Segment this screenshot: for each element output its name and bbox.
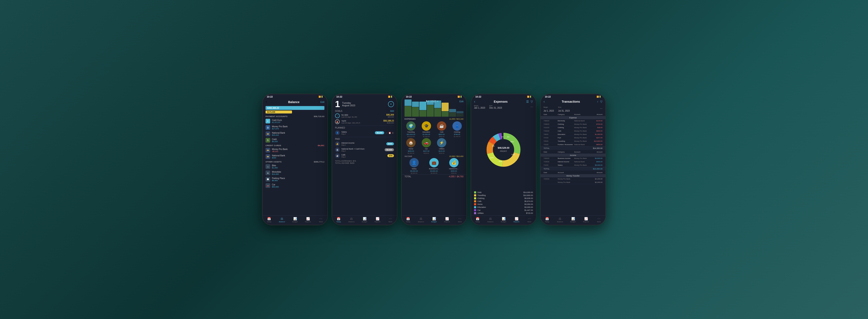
asset-motorbike[interactable]: 🏍 Motorbike $14,400 bbox=[262, 170, 328, 176]
nav-more-5[interactable]: ⋯ More bbox=[592, 217, 606, 223]
trans-row-2[interactable]: 7/12/23 Clothing Money Pro Bank $38.00 bbox=[540, 126, 606, 129]
paid-transfer[interactable]: 🏦 National Bank > Cash Euro Aug 1 $2,500 bbox=[335, 147, 394, 153]
income-row-0[interactable]: 7/20/23 Business income Money Pro Bank $… bbox=[540, 157, 606, 160]
income-business[interactable]: 💼 Business in... $3,600.00 $4,000.00 bbox=[425, 158, 443, 174]
chart-bar-group-1 bbox=[405, 99, 411, 117]
budget-edit[interactable]: Edit bbox=[459, 100, 463, 103]
svg-text:PROFIT: PROFIT bbox=[500, 150, 507, 152]
account-national-bank[interactable]: 💳 National Bank $15,410 bbox=[262, 130, 328, 137]
share-icon[interactable]: ↑ bbox=[266, 100, 267, 104]
trans-row-1[interactable]: 7/26/23 Clothing Money Pro Bank $700.00 bbox=[540, 123, 606, 126]
more-options-5[interactable]: ⋯ bbox=[600, 107, 602, 110]
expense-cafe[interactable]: ☕ Cafe $800.00 $900.00 bbox=[434, 121, 449, 137]
nav-bar-1: 📅 Today ⚖ Balance 📊 Budget 📈 Reports ⋯ bbox=[262, 215, 328, 225]
check-icon[interactable]: ✓ bbox=[386, 132, 388, 134]
cc-national-bank[interactable]: 💳 National Bank $340 bbox=[262, 153, 328, 160]
nav-today-1[interactable]: 📅 Today bbox=[262, 217, 276, 223]
trans-row-3[interactable]: 7/10/23 Cafe Money Pro Bank $800.00 bbox=[540, 129, 606, 133]
trans-row-6[interactable]: 7/5/23 Travelling Money Pro Bank $10,800… bbox=[540, 140, 606, 143]
expense-home[interactable]: 🏠 Home $650.00 $1,500.00 bbox=[404, 138, 418, 154]
add-button[interactable]: + bbox=[388, 101, 394, 107]
income-salary[interactable]: 👤 Salary $6,000.00 $6,000.00 bbox=[405, 158, 424, 174]
goal-icon-2: ⛵ bbox=[335, 119, 340, 124]
planned-amount-btn[interactable]: $6,000 bbox=[375, 131, 384, 134]
back-button-5[interactable]: ‹ bbox=[544, 100, 545, 104]
expense-clothing[interactable]: 👗 Clothing $788.00 $1,400.00 bbox=[450, 121, 465, 137]
asset-car[interactable]: 🚗 Car $50,000 bbox=[262, 182, 328, 189]
share-icon-5[interactable]: ↑ bbox=[597, 100, 598, 103]
clock-icon[interactable]: ⏰ bbox=[389, 132, 391, 134]
delete-icon[interactable]: 🗑 bbox=[392, 132, 394, 134]
asset-parking[interactable]: 🅿 Parking Place $8,900 bbox=[262, 176, 328, 182]
chart-bar-group-2 bbox=[412, 102, 419, 117]
edit-button[interactable]: Edit bbox=[320, 101, 324, 103]
clothing-icon: 👗 bbox=[453, 121, 462, 130]
income-row-1[interactable]: 7/15/23 Interest income National Bank $4… bbox=[540, 160, 606, 164]
balance-header: ↑ Balance Edit bbox=[262, 99, 328, 105]
nav-budget-4[interactable]: 📊 Budget bbox=[497, 217, 510, 223]
trans-row-7[interactable]: 7/1/23 Furniture / Accessories National … bbox=[540, 143, 606, 146]
nav-today-5[interactable]: 📅 Today bbox=[540, 217, 554, 223]
expense-travelling[interactable]: 🌍 Travelling $10,800.00 $10,000.00 bbox=[404, 121, 418, 137]
nav-balance-4[interactable]: ⚖ Balance bbox=[484, 217, 497, 223]
asset-bike[interactable]: 🚲 Bike $1,000 bbox=[262, 163, 328, 170]
nav-reports-4[interactable]: 📈 Reports bbox=[510, 217, 523, 223]
income-interest[interactable]: 💰 Interest inc... $400.00 $400.00 bbox=[444, 158, 463, 174]
trans-row-4[interactable]: 7/9/23 Education Money Pro Bank $1,000.0… bbox=[540, 133, 606, 136]
filter-icon[interactable]: ☰ bbox=[526, 100, 529, 103]
nav-balance-3[interactable]: ⚖ Balance bbox=[414, 217, 428, 223]
nav-more-4[interactable]: ⋯ More bbox=[523, 217, 536, 223]
nav-reports-5[interactable]: 📈 Reports bbox=[580, 217, 592, 223]
nav-budget-1[interactable]: 📊 Budget bbox=[288, 217, 301, 223]
goal-yacht[interactable]: ⛵ Yacht Last 30 days: -$11,241.5 $56,188… bbox=[335, 119, 394, 125]
nav-balance-2[interactable]: ⚖ Balance bbox=[345, 217, 358, 223]
more-options-4[interactable]: ⋯ bbox=[530, 106, 533, 108]
balance-icon-4: ⚖ bbox=[489, 217, 492, 221]
transfer-row-1[interactable]: Money Pro Bank $2,200.00 bbox=[540, 181, 606, 184]
nav-budget-2[interactable]: 📊 Budget bbox=[358, 217, 371, 223]
reports-icon-4: 📈 bbox=[515, 217, 518, 221]
svg-text:6%: 6% bbox=[501, 136, 504, 138]
goal-no-debt[interactable]: ○ No debt Last 30 days: $1,462 $95,309 $… bbox=[335, 113, 394, 119]
nav-balance-5[interactable]: ⚖ Balance bbox=[554, 217, 566, 223]
paid-interest[interactable]: 💰 Interest income Aug 1 $400 bbox=[335, 141, 394, 147]
account-cash-euro[interactable]: € Cash Euro €2,372.97 bbox=[262, 118, 328, 124]
nav-budget-5[interactable]: 📊 Budget bbox=[566, 217, 579, 223]
paid-cafe[interactable]: ☕ Cafe Aug 1 $74 bbox=[335, 153, 394, 158]
nav-bar-2: 📅 Today ⚖ Balance 📊 Budget 📈 Reports ⋯ bbox=[332, 215, 397, 225]
back-button-4[interactable]: ‹ bbox=[474, 100, 475, 104]
balance-icon: ⚖ bbox=[281, 217, 283, 221]
reports-icon: 📈 bbox=[306, 217, 310, 221]
nav-more-2[interactable]: ⋯ More bbox=[384, 217, 397, 223]
nav-reports-2[interactable]: 📈 Reports bbox=[371, 217, 384, 223]
nav-more-1[interactable]: ⋯ More bbox=[314, 217, 328, 223]
expense-education[interactable]: 🎓 Education $1,000.00 $1,000.00 bbox=[419, 121, 434, 137]
nav-budget-3[interactable]: 📊 Budget bbox=[428, 217, 440, 223]
nav-today-4[interactable]: 📅 Today bbox=[471, 217, 484, 223]
nav-reports-1[interactable]: 📈 Reports bbox=[302, 217, 314, 223]
begin-date-4: Begin Jan 1, 2023 bbox=[474, 105, 485, 109]
nav-more-3[interactable]: ⋯ More bbox=[454, 217, 466, 223]
more-icon-3: ⋯ bbox=[458, 217, 461, 221]
trans-row-0[interactable]: 7/30/23 Electricity National Bank $120.0… bbox=[540, 119, 606, 123]
nav-balance-1[interactable]: ⚖ Balance bbox=[276, 217, 288, 223]
planned-header: PLANNED bbox=[335, 127, 394, 129]
account-cash[interactable]: $ Cash $4,020 bbox=[262, 137, 328, 143]
filter-icon-5[interactable]: ▽ bbox=[600, 100, 602, 103]
nav-reports-3[interactable]: 📈 Reports bbox=[440, 217, 454, 223]
expense-utilities[interactable]: ⚡ Utilities $120.00 $160.00 bbox=[434, 138, 449, 154]
nav-today-3[interactable]: 📅 Today bbox=[402, 217, 414, 223]
cc-money-pro[interactable]: 💳 Money Pro Bank -$5,031 bbox=[262, 147, 328, 153]
interest-icon: 💰 bbox=[449, 158, 459, 167]
phones-container: 10:22 📶🔋 ↑ Balance Edit $390,488.23 $173… bbox=[262, 94, 606, 225]
expense-car[interactable]: 🚗 Car $247.00 $200.00 bbox=[419, 138, 434, 154]
more-icon-2: ⋯ bbox=[389, 217, 392, 221]
funnel-icon[interactable]: ▽ bbox=[531, 100, 533, 103]
parking-icon: 🅿 bbox=[266, 177, 270, 181]
account-money-pro[interactable]: 🏦 Money Pro Bank $17,679 bbox=[262, 124, 328, 130]
nav-today-2[interactable]: 📅 Today bbox=[332, 217, 345, 223]
planned-salary[interactable]: 👤 Salary Aug 1 $6,000 ✓ ⏰ 🗑 bbox=[335, 129, 394, 136]
transfer-row-0[interactable]: 7/24/23 Money Pro Bank $2,200.00 bbox=[540, 177, 606, 181]
trans-row-5[interactable]: 7/7/23 Fuel Money Pro Bank $247.00 bbox=[540, 136, 606, 140]
income-row-2[interactable]: 7/1/23 Salary Money Pro Bank $6,000.00 bbox=[540, 164, 606, 167]
